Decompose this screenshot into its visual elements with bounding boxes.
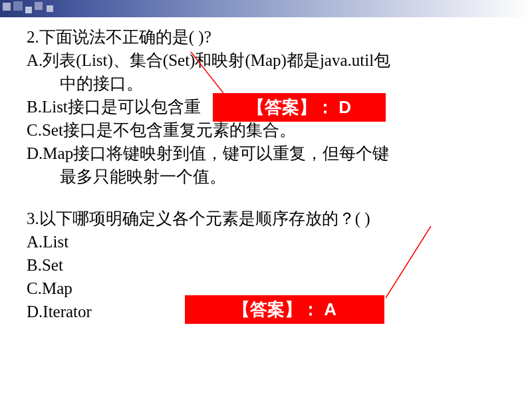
answer-box-1: 【答案】： D — [213, 93, 386, 122]
deco-square — [25, 7, 32, 13]
answer-box-2: 【答案】： A — [185, 295, 384, 324]
question-2-text: 2.下面说法不正确的是( )? — [27, 25, 505, 49]
deco-square — [47, 5, 53, 12]
question-3-option-b: B.Set — [27, 253, 505, 277]
question-2-option-d-line1: D.Map接口将键映射到值，键可以重复，但每个键 — [27, 142, 505, 165]
slide-top-decoration — [0, 0, 532, 17]
question-2-option-d-line2: 最多只能映射一个值。 — [27, 165, 505, 188]
question-3-option-a: A.List — [27, 230, 505, 253]
deco-square — [35, 2, 43, 10]
question-2-option-c: C.Set接口是不包含重复元素的集合。 — [27, 118, 505, 142]
deco-square — [3, 3, 11, 11]
deco-square — [13, 1, 23, 11]
question-2-option-a-line2: 中的接口。 — [27, 72, 505, 95]
answer-2-label: 【答案】： A — [233, 299, 336, 319]
slide-content: 2.下面说法不正确的是( )? A.列表(List)、集合(Set)和映射(Ma… — [27, 25, 505, 342]
question-2-option-a-line1: A.列表(List)、集合(Set)和映射(Map)都是java.util包 — [27, 49, 505, 72]
question-3-text: 3.以下哪项明确定义各个元素是顺序存放的？( ) — [27, 207, 505, 230]
answer-1-label: 【答案】： D — [247, 97, 351, 117]
